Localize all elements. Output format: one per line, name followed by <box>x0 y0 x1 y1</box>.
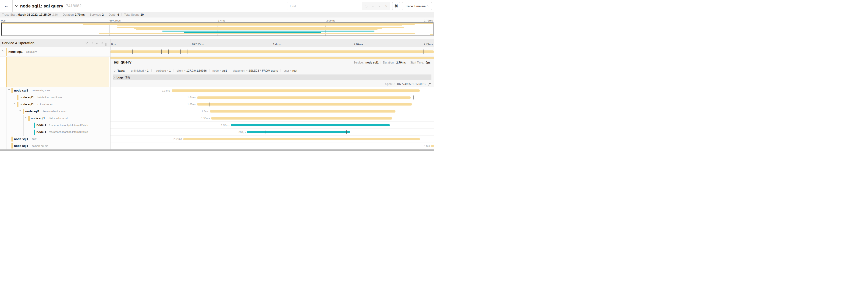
find-input[interactable] <box>287 2 362 10</box>
span-bar-row[interactable]: 1.6ms <box>110 108 434 115</box>
row-service-name: node sql1 <box>14 144 28 147</box>
log-tick <box>176 49 176 54</box>
span-bar[interactable] <box>110 50 434 53</box>
tree-row-flow[interactable]: node sql1flow <box>0 136 110 143</box>
find-controls: ✕ <box>362 2 390 10</box>
span-bar-row[interactable]: 1.84ms <box>110 94 434 101</box>
span-bar[interactable] <box>197 96 410 99</box>
tree-row--cockroach-roachpb-internal-batch[interactable]: node 1/cockroach.roachpb.Internal/Batch <box>0 122 110 129</box>
prev-match-icon[interactable] <box>372 5 374 7</box>
row-service-name: node 1 <box>36 123 46 127</box>
span-bar[interactable] <box>197 103 411 105</box>
collapse-one-icon[interactable] <box>86 41 88 43</box>
expand-one-icon[interactable] <box>91 42 93 44</box>
row-collapse-chevron-icon[interactable] <box>19 109 21 111</box>
ruler-tick-label: 2.79ms <box>424 43 433 46</box>
span-bar-row[interactable]: 1.37ms <box>110 122 434 129</box>
span-bar-row[interactable]: 1.85ms <box>110 101 434 108</box>
span-bar[interactable] <box>431 145 434 147</box>
span-bar-row[interactable]: 14μs <box>110 142 434 149</box>
row-color-stripe <box>28 116 30 121</box>
tree-row-batch-flow-coordinator[interactable]: node sql1batch flow coordinator <box>0 94 110 101</box>
back-arrow-icon: ← <box>4 3 9 9</box>
span-duration-label: 14μs <box>424 144 430 147</box>
span-bar-row[interactable]: 886μs <box>110 129 434 136</box>
logs-row[interactable]: Logs (18) <box>113 74 431 80</box>
timeline-ruler: 0μs697.75μs1.4ms2.09ms2.79ms <box>110 39 434 47</box>
span-bar[interactable] <box>211 117 392 120</box>
row-operation-name: commit sql txn <box>32 144 48 147</box>
minimap-ruler: 0μs697.75μs1.4ms2.09ms2.79ms <box>0 18 434 23</box>
minimap-span-bar <box>162 31 374 32</box>
service-value: node sql1 <box>366 61 379 64</box>
span-detail-panel: sql query Service:node sql1 | Duration:2… <box>111 57 434 87</box>
minimap-canvas[interactable] <box>1 23 434 36</box>
keyboard-shortcuts-button[interactable]: ⌘ <box>392 2 400 10</box>
service-operation-header: Service & Operation <box>0 39 110 47</box>
panel-divider[interactable] <box>110 39 111 150</box>
log-tick <box>423 49 424 54</box>
span-duration-label: 1.84ms <box>187 96 196 99</box>
tree-row-sql-query[interactable]: node sql1sql query <box>0 47 110 57</box>
row-operation-name: /cockroach.roachpb.Internal/Batch <box>49 131 88 133</box>
tree-row-dist-sender-send[interactable]: node sql1dist sender send <box>0 115 110 122</box>
row-collapse-chevron-icon[interactable] <box>2 49 4 52</box>
next-match-icon[interactable] <box>378 5 380 7</box>
minimap-span-bar <box>136 29 377 30</box>
span-bar[interactable] <box>231 124 390 126</box>
duration-value: 2.79ms <box>396 61 406 64</box>
span-bar-row[interactable]: 2.04ms <box>110 136 434 143</box>
row-service-name: node 1 <box>36 130 46 134</box>
span-bar[interactable] <box>183 138 420 140</box>
span-row-root[interactable]: node sql1sql query <box>0 47 434 57</box>
expand-all-icon[interactable] <box>101 42 102 44</box>
trace-view-dropdown-label: Trace Timeline <box>405 4 426 8</box>
ruler-tick-label: 2.09ms <box>326 19 335 22</box>
span-bar-row[interactable]: 1.56ms <box>110 115 434 122</box>
tag-_unfinished: _unfinished=1 <box>127 69 152 72</box>
horizontal-scrollbar[interactable] <box>0 149 434 151</box>
span-bar[interactable] <box>247 131 350 133</box>
span-duration-label: 1.37ms <box>221 124 229 127</box>
row-collapse-chevron-icon[interactable] <box>13 102 16 104</box>
row-collapse-chevron-icon[interactable] <box>8 88 10 90</box>
tags-row[interactable]: Tags: _unfinished=1_verbose=1client=127.… <box>114 68 431 73</box>
span-bar-row[interactable]: 2.14ms <box>110 87 434 94</box>
column-resizer-handle[interactable] <box>105 43 107 46</box>
detail-indent-fill <box>7 57 109 87</box>
row-color-stripe <box>6 48 7 56</box>
collapse-all-icon[interactable] <box>96 43 98 43</box>
focus-match-icon[interactable] <box>365 5 367 7</box>
tree-row-txn-coordinator-send[interactable]: node sql1txn coordinator send <box>0 108 110 115</box>
collapse-trace-chevron-icon[interactable] <box>15 4 18 7</box>
tree-row--cockroach-roachpb-internal-batch[interactable]: node 1/cockroach.roachpb.Internal/Batch <box>0 129 110 136</box>
row-collapse-chevron-icon[interactable] <box>25 116 27 118</box>
detail-span-bar <box>111 57 434 59</box>
tree-row-colbatchscan[interactable]: node sql1colbatchscan <box>0 101 110 108</box>
ruler-tick-label: 0μs <box>111 43 116 46</box>
tree-row-commit-sql-txn[interactable]: node sql1commit sql txn <box>0 142 110 149</box>
row-operation-name: dist sender send <box>49 117 67 120</box>
log-tick <box>185 137 185 141</box>
log-tick <box>131 49 131 54</box>
minimap-span-bar <box>117 26 402 26</box>
span-duration-label: 1.6ms <box>202 110 209 113</box>
tag-_verbose: _verbose=1 <box>152 69 174 72</box>
tree-row-consuming-rows[interactable]: node sql1consuming rows <box>0 87 110 94</box>
back-button[interactable]: ← <box>0 0 12 12</box>
span-duration-label: 886μs <box>239 131 246 134</box>
log-tick <box>166 49 166 54</box>
logs-label: Logs <box>117 76 124 79</box>
span-bar[interactable] <box>210 110 396 112</box>
span-bar[interactable] <box>172 90 420 92</box>
header-controls: ✕ ⌘ Trace Timeline <box>287 2 432 10</box>
log-tick <box>269 130 269 134</box>
deep-link-icon[interactable] <box>428 82 431 86</box>
log-tick <box>112 49 112 54</box>
row-operation-name: /cockroach.roachpb.Internal/Batch <box>49 124 88 127</box>
trace-title-group: node sql1: sql query 7418682 <box>16 0 82 12</box>
clear-search-icon[interactable]: ✕ <box>385 5 388 8</box>
trace-view-dropdown[interactable]: Trace Timeline <box>402 2 432 10</box>
span-bars-region: 2.14ms1.84ms1.85ms1.6ms1.56ms1.37ms886μs… <box>110 87 434 149</box>
row-operation-name: consuming rows <box>32 89 50 92</box>
